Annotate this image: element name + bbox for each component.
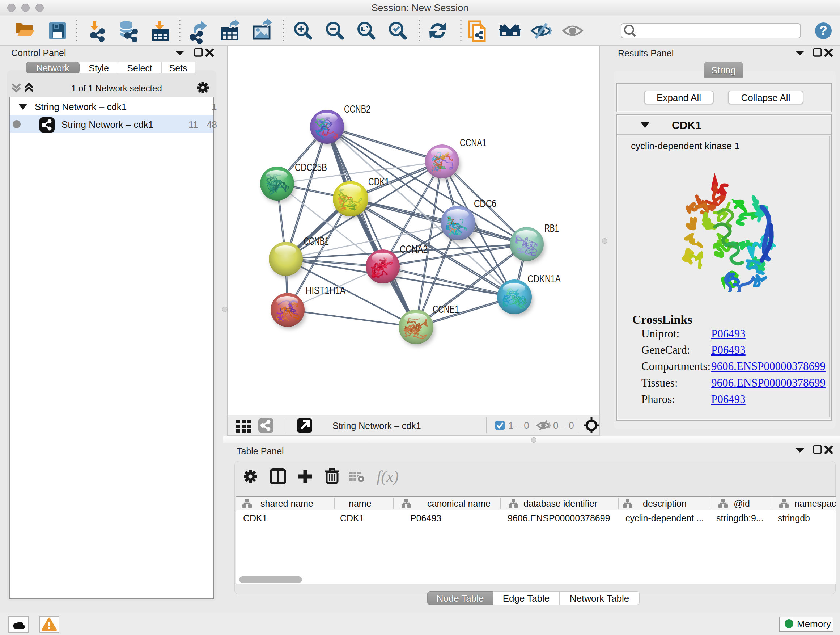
svg-text:0 – 0: 0 – 0 bbox=[553, 420, 574, 431]
svg-text:shared name: shared name bbox=[261, 499, 313, 509]
svg-text:namespace: namespace bbox=[794, 499, 836, 509]
svg-text:Memory: Memory bbox=[797, 618, 831, 629]
svg-text:?: ? bbox=[819, 23, 827, 38]
svg-text:database identifier: database identifier bbox=[523, 499, 597, 509]
svg-text:CDC6: CDC6 bbox=[474, 198, 496, 209]
svg-text:RB1: RB1 bbox=[545, 222, 559, 234]
svg-text:CCNB1: CCNB1 bbox=[303, 235, 329, 247]
svg-text:1 of 1 Network selected: 1 of 1 Network selected bbox=[71, 83, 162, 93]
svg-text:String Network – cdk1: String Network – cdk1 bbox=[332, 421, 421, 431]
svg-text:1 – 0: 1 – 0 bbox=[508, 420, 529, 431]
svg-text:CDKN1A: CDKN1A bbox=[527, 273, 561, 285]
svg-text:CCNA1: CCNA1 bbox=[460, 137, 486, 149]
svg-text:HIST1H1A: HIST1H1A bbox=[306, 285, 346, 296]
svg-text:CCNE1: CCNE1 bbox=[433, 303, 459, 315]
svg-text:CDC25B: CDC25B bbox=[295, 162, 327, 173]
svg-text:CCNB2: CCNB2 bbox=[344, 103, 370, 115]
svg-text:f(x): f(x) bbox=[377, 468, 399, 486]
svg-text:@id: @id bbox=[734, 499, 750, 509]
svg-text:description: description bbox=[643, 499, 687, 509]
svg-text:CDK1: CDK1 bbox=[368, 176, 389, 187]
svg-text:name: name bbox=[349, 499, 371, 509]
svg-text:CCNA2: CCNA2 bbox=[400, 243, 428, 255]
svg-text:canonical name: canonical name bbox=[427, 499, 491, 509]
